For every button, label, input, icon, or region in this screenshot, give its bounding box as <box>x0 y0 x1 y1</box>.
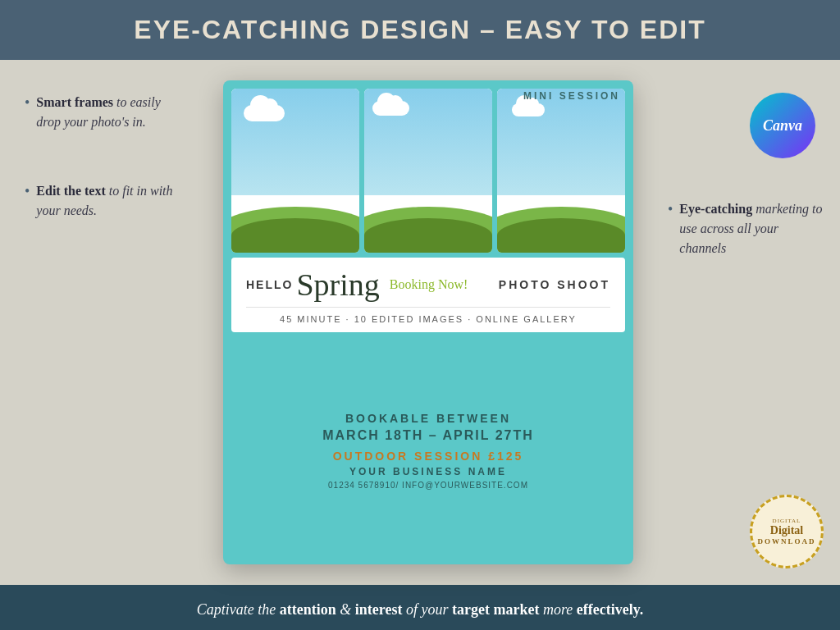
booking-now-text: Booking Now! <box>390 277 468 292</box>
sky-2 <box>364 89 492 195</box>
bullet-item-2: • Edit the text to fit in with your need… <box>25 181 180 221</box>
hills-1 <box>231 195 359 253</box>
spring-text: Spring <box>296 269 379 300</box>
frame-scene-2 <box>364 89 492 253</box>
main-content: • Smart frames to easily drop your photo… <box>0 60 840 585</box>
footer-bold-3: target market <box>452 601 539 618</box>
contact-text: 01234 5678910/ INFO@YOURWEBSITE.COM <box>328 481 528 490</box>
footer: Captivate the attention & interest of yo… <box>0 585 840 630</box>
hill-front-2 <box>364 218 492 253</box>
sky-1 <box>231 89 359 195</box>
bookable-text: BOOKABLE BETWEEN <box>345 412 511 425</box>
bullet-text-2: Edit the text to fit in with your needs. <box>36 181 180 221</box>
right-bullet-strong: Eye-catching <box>679 202 752 216</box>
cloud-3 <box>512 103 545 116</box>
digital-download-badge: DIGITAL Digital DOWNLOAD <box>750 495 824 568</box>
bullet-item-1: • Smart frames to easily drop your photo… <box>25 93 180 132</box>
right-bullet-dot: • <box>668 201 673 218</box>
flyer-details: 45 MINUTE · 10 EDITED IMAGES · ONLINE GA… <box>246 307 610 324</box>
flyer-bottom: BOOKABLE BETWEEN MARCH 18TH – APRIL 27TH… <box>223 337 633 564</box>
hill-front-3 <box>497 218 625 253</box>
bullet-strong-2: Edit the text <box>36 184 105 198</box>
footer-text: Captivate the attention & interest of yo… <box>197 601 643 619</box>
canva-label: Canva <box>763 117 802 135</box>
hills-2 <box>364 195 492 253</box>
right-bullet-text: Eye-catching marketing to use across all… <box>679 199 824 258</box>
frame-scene-3 <box>497 89 625 253</box>
center-panel: MINI SESSION <box>197 60 660 585</box>
digital-main-text: Digital <box>770 524 803 536</box>
photo-frames <box>223 80 633 253</box>
digital-label-top: DIGITAL <box>773 518 801 524</box>
photo-shoot-text: PHOTO SHOOT <box>499 278 610 291</box>
cloud-2 <box>372 101 409 116</box>
frame-scene-1 <box>231 89 359 253</box>
hills-3 <box>497 195 625 253</box>
hello-text: HELLO <box>246 278 293 291</box>
bullet-strong-1: Smart frames <box>36 95 113 109</box>
cloud-1 <box>244 105 285 121</box>
footer-bold-2: interest <box>355 601 403 618</box>
header: EYE-CATCHING DESIGN – EASY TO EDIT <box>0 0 840 60</box>
digital-badge-outer: DIGITAL Digital DOWNLOAD <box>750 495 824 568</box>
date-text: MARCH 18TH – APRIL 27TH <box>322 428 534 443</box>
photo-frame-1 <box>231 89 359 253</box>
hill-front-1 <box>231 218 359 253</box>
header-title: EYE-CATCHING DESIGN – EASY TO EDIT <box>16 15 824 45</box>
right-bullet-1: • Eye-catching marketing to use across a… <box>668 199 824 258</box>
bullet-dot-1: • <box>25 94 30 112</box>
flyer-card: MINI SESSION <box>223 80 633 564</box>
photo-frame-2 <box>364 89 492 253</box>
bullet-text-1: Smart frames to easily drop your photo's… <box>36 93 180 132</box>
price-text: OUTDOOR SESSION £125 <box>333 450 524 463</box>
sky-3 <box>497 89 625 195</box>
footer-bold-1: attention <box>280 601 336 618</box>
flyer-text-box: HELLO Spring Booking Now! PHOTO SHOOT 45… <box>231 258 625 332</box>
canva-badge: Canva <box>750 93 815 158</box>
photo-frame-3 <box>497 89 625 253</box>
left-panel: • Smart frames to easily drop your photo… <box>0 60 197 585</box>
download-label: DOWNLOAD <box>757 537 815 546</box>
mini-session-label: MINI SESSION <box>523 90 620 102</box>
bullet-dot-2: • <box>25 183 30 200</box>
footer-bold-4: effectively. <box>577 601 643 618</box>
business-name: YOUR BUSINESS NAME <box>349 466 507 477</box>
